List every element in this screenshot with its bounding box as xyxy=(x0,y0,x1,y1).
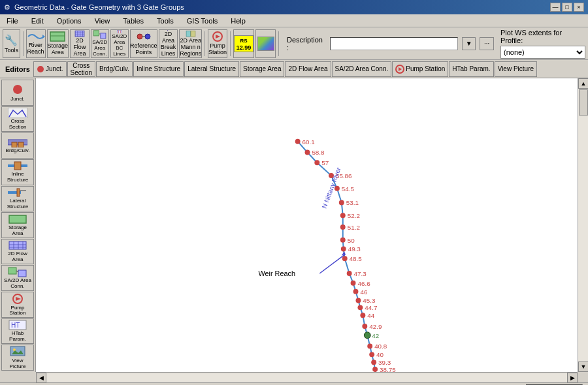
left-cross-section-button[interactable]: CrossSection xyxy=(1,106,34,132)
station-label-58-8: 58.8 xyxy=(312,149,325,156)
inline-structure-button[interactable]: Inline Structure xyxy=(133,61,184,77)
map-icon xyxy=(257,37,274,51)
right-scrollbar[interactable]: ▲ ▼ xyxy=(578,78,588,372)
window-title: Geometric Data - Gate Geometry with 3 Ga… xyxy=(14,3,184,11)
menu-file[interactable]: File xyxy=(3,16,22,25)
menu-view[interactable]: View xyxy=(91,16,114,25)
station-39-3[interactable] xyxy=(371,360,376,365)
station-50[interactable] xyxy=(340,238,346,243)
left-lateral-structure-button[interactable]: LateralStructure xyxy=(1,186,34,212)
2d-area-mann-n-regions-button[interactable]: 2D AreaMann nRegions xyxy=(179,29,202,58)
scroll-left-button[interactable]: ◀ xyxy=(36,373,46,383)
2d-flow-area-button[interactable]: 2D FlowArea xyxy=(70,29,90,58)
station-label-44: 44 xyxy=(367,312,374,319)
plot-ws-label: Plot WS extents for Profile: xyxy=(500,29,585,44)
left-junct-button[interactable]: Junct. xyxy=(1,80,34,106)
station-label-46: 46 xyxy=(360,288,367,296)
storage-area-editor-button[interactable]: Storage Area xyxy=(240,61,284,77)
title-bar: ⚙ Geometric Data - Gate Geometry with 3 … xyxy=(0,0,588,14)
close-button[interactable]: × xyxy=(574,3,584,12)
description-menu-button[interactable]: ▼ xyxy=(462,37,476,50)
station-42-9[interactable] xyxy=(362,324,367,329)
scroll-track-vertical[interactable] xyxy=(578,89,588,362)
sa-2d-bc-lines-button[interactable]: SA/2D AreaBC Lines xyxy=(110,29,129,58)
station-46-6[interactable] xyxy=(351,281,356,286)
rs-value: RS 12.99 xyxy=(234,35,254,52)
separator-4 xyxy=(278,31,279,56)
river-reach-button[interactable]: RiverReach xyxy=(26,29,46,58)
station-57[interactable] xyxy=(314,160,319,165)
description-extra-button[interactable]: ··· xyxy=(480,37,494,50)
sa-2d-conn-editor-button[interactable]: SA/2D Area Conn. xyxy=(332,61,392,77)
bottom-scrollbar[interactable]: ◀ ▶ xyxy=(36,372,578,382)
svg-rect-35 xyxy=(9,241,26,249)
tools-button[interactable]: 🔧 Tools xyxy=(3,29,20,58)
2d-flow-area-editor-button[interactable]: 2D Flow Area xyxy=(285,61,331,77)
station-58-8[interactable] xyxy=(305,150,310,155)
station-40-8[interactable] xyxy=(367,344,372,349)
station-51-2[interactable] xyxy=(340,224,346,230)
scroll-track-horizontal[interactable] xyxy=(46,373,567,382)
scroll-right-button[interactable]: ▶ xyxy=(567,373,578,383)
brdg-culv-button[interactable]: Brdg/Culv. xyxy=(96,61,133,77)
canvas-area[interactable]: 60.1 58.8 57 55.86 54.5 53.1 52.2 xyxy=(36,78,578,372)
map-button[interactable] xyxy=(255,29,276,58)
station-label-54-5: 54.5 xyxy=(342,185,355,192)
station-52-2[interactable] xyxy=(340,213,346,218)
menu-tables[interactable]: Tables xyxy=(119,16,148,25)
scroll-down-button[interactable]: ▼ xyxy=(578,362,588,372)
storage-area-button[interactable]: StorageArea xyxy=(47,29,69,58)
station-60-1[interactable] xyxy=(295,139,301,144)
station-53-1[interactable] xyxy=(339,200,344,206)
station-40[interactable] xyxy=(369,352,374,357)
left-pump-station-button[interactable]: PumpStation xyxy=(1,292,34,318)
svg-rect-3 xyxy=(75,31,84,37)
left-storage-area-button[interactable]: StorageArea xyxy=(1,212,34,238)
cross-section-button[interactable]: CrossSection xyxy=(67,61,95,77)
left-brdg-culv-button[interactable]: Brdg/Culv. xyxy=(1,132,34,159)
sa-2d-conn-button[interactable]: SA/2DAreaConn. xyxy=(91,29,109,58)
menu-edit[interactable]: Edit xyxy=(27,16,48,25)
svg-rect-12 xyxy=(117,30,122,33)
minimize-button[interactable]: — xyxy=(550,3,561,12)
station-42-special[interactable] xyxy=(364,332,370,339)
menu-options[interactable]: Options xyxy=(53,16,86,25)
station-49-3[interactable] xyxy=(341,247,346,252)
left-htab-param-button[interactable]: HT HTabParam. xyxy=(1,318,34,345)
station-44-7[interactable] xyxy=(357,305,363,310)
station-44[interactable] xyxy=(360,313,365,318)
junct-button[interactable]: Junct. xyxy=(33,61,67,77)
left-inline-structure-button[interactable]: InlineStructure xyxy=(1,159,34,185)
2d-area-break-lines-button[interactable]: 2D AreaBreakLines xyxy=(159,29,178,58)
svg-rect-19 xyxy=(186,31,190,37)
menu-help[interactable]: Help xyxy=(227,16,250,25)
svg-rect-42 xyxy=(18,270,26,277)
svg-rect-28 xyxy=(18,142,24,147)
station-label-60-1: 60.1 xyxy=(302,138,315,146)
htab-param-button[interactable]: HTab Param. xyxy=(449,61,493,77)
scroll-up-button[interactable]: ▲ xyxy=(578,78,588,89)
view-picture-button[interactable]: View Picture xyxy=(495,61,537,77)
scroll-thumb-vertical[interactable] xyxy=(579,89,588,116)
maximize-button[interactable]: □ xyxy=(562,3,572,12)
station-47-3[interactable] xyxy=(347,271,352,276)
pump-station-editor-button[interactable]: Pump Station xyxy=(392,61,448,77)
menu-tools[interactable]: Tools xyxy=(153,16,178,25)
station-label-50: 50 xyxy=(348,237,355,244)
lateral-structure-button[interactable]: Lateral Structure xyxy=(184,61,239,77)
weir-reach-label: Weir Reach xyxy=(258,270,295,277)
station-48-5[interactable] xyxy=(342,256,348,261)
plot-ws-select[interactable]: (none) xyxy=(500,46,585,59)
description-input[interactable] xyxy=(330,37,458,50)
pump-station-button[interactable]: PumpStation xyxy=(208,29,227,58)
left-sa-2d-conn-button[interactable]: SA/2D AreaConn. xyxy=(1,265,34,291)
station-38-75[interactable] xyxy=(372,367,378,372)
station-46[interactable] xyxy=(353,289,359,294)
svg-rect-49 xyxy=(36,80,578,370)
left-view-picture-button[interactable]: ViewPicture xyxy=(1,345,34,371)
reference-points-button[interactable]: ReferencePoints xyxy=(130,29,157,58)
station-45-3[interactable] xyxy=(356,298,361,303)
left-2d-flow-area-button[interactable]: 2D FlowArea xyxy=(1,239,34,265)
rs-button[interactable]: RS 12.99 xyxy=(233,29,255,58)
menu-gis-tools[interactable]: GIS Tools xyxy=(183,16,222,25)
